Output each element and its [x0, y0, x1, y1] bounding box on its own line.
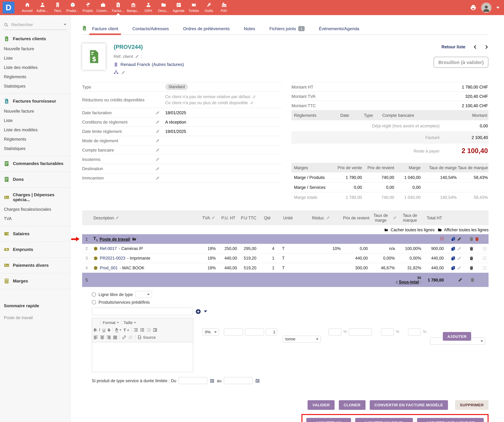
edit-icon[interactable] [252, 95, 256, 99]
nav-item-billing[interactable]: Factur... [110, 0, 126, 15]
edit-line-icon[interactable] [457, 246, 462, 251]
bullet-list-icon[interactable] [140, 328, 144, 332]
next-record-icon[interactable] [485, 45, 489, 49]
unlink-icon[interactable] [128, 335, 133, 340]
clone-line-icon[interactable] [451, 237, 455, 241]
drag-handle-icon[interactable] [482, 278, 486, 282]
delete-line-icon[interactable] [469, 256, 474, 260]
pu-ttc-input[interactable] [245, 328, 264, 335]
clone-line-icon[interactable] [451, 256, 455, 260]
ordered-list-icon[interactable] [134, 328, 138, 332]
sidebar-item-tva[interactable]: TVA [0, 214, 70, 223]
collapse-all-link[interactable]: Cacher toutes les lignes [384, 227, 435, 232]
invoice-line-row[interactable]: 4Prod_001 - MAC BOOK18%440,00519,201T300… [82, 263, 489, 273]
nav-item-pos[interactable]: PdV [216, 0, 232, 15]
drag-handle-icon[interactable] [482, 237, 486, 241]
sidebar-item-liste-des-modeles[interactable]: Liste des modèles [0, 125, 70, 135]
sidebar-item-charges-fiscales-sociales[interactable]: Charges fiscales/sociales [0, 205, 70, 214]
edit-icon[interactable] [156, 129, 165, 133]
tab-contacts-adresses[interactable]: Contacts/Adresses [132, 23, 169, 35]
product-ref-link[interactable]: Prod_001 [100, 265, 118, 270]
nav-item-home[interactable]: Accueil [20, 0, 35, 15]
back-to-list-link[interactable]: Retour liste [441, 44, 465, 49]
markup-rate-input[interactable] [408, 328, 421, 335]
delete-line-icon[interactable] [470, 278, 475, 282]
free-line-radio[interactable] [92, 292, 96, 297]
edit-icon[interactable] [156, 166, 165, 171]
reduc-input[interactable] [329, 328, 342, 335]
convert-to-template-button[interactable]: CONVERTIR EN FACTURE MODÈLE [370, 400, 448, 410]
delete-button[interactable]: SUPPRIMER [455, 400, 489, 410]
nav-item-members[interactable]: Adhér... [35, 0, 50, 15]
edit-icon[interactable] [211, 216, 215, 220]
line-title-row[interactable]: 1 T1 Poste de travail [82, 234, 489, 244]
sidebar-section-title-charges-depenses-specia[interactable]: Charges | Dépenses spécia... [0, 189, 70, 205]
calendar-icon[interactable] [255, 378, 260, 383]
add-line-button[interactable]: AJOUTER [443, 332, 471, 341]
invoice-line-row[interactable]: 2Ref-0017 - Caméras IP18%250,00295,004T1… [82, 244, 489, 253]
editor-format-select[interactable]: Format [103, 320, 119, 325]
edit-icon[interactable] [156, 157, 165, 161]
sidebar-section-title-paiements-divers[interactable]: Paiements divers [0, 260, 70, 270]
free-line-type-select[interactable] [135, 291, 152, 298]
line-subtotal-row[interactable]: 5 St 1 Sous-total : 1 780,00 [82, 273, 489, 287]
edit-icon[interactable] [156, 138, 165, 143]
edit-project-icon[interactable] [121, 70, 125, 75]
justify-icon[interactable] [113, 335, 117, 340]
nav-item-commerce[interactable]: Comm... [95, 0, 111, 15]
remove-format-button[interactable]: Tx [124, 328, 129, 332]
predefined-radio[interactable] [92, 300, 96, 304]
edit-icon[interactable] [250, 101, 254, 105]
edit-line-icon[interactable] [457, 237, 462, 241]
italic-button[interactable]: I [99, 328, 100, 332]
user-menu-caret-icon[interactable] [496, 7, 499, 9]
tab-notes[interactable]: Notes [244, 23, 255, 35]
sidebar-section-title-emprunts[interactable]: Emprunts [0, 244, 70, 255]
edit-line-icon[interactable] [458, 278, 462, 282]
edit-ref-client-icon[interactable] [135, 54, 139, 59]
drag-handle-icon[interactable] [482, 256, 486, 260]
sidebar-item-liste-des-modeles[interactable]: Liste des modèles [0, 63, 70, 72]
pu-ht-input[interactable] [224, 328, 243, 335]
link-icon[interactable] [122, 335, 126, 340]
edit-line-icon[interactable] [457, 256, 462, 260]
nav-item-tools[interactable]: Outils [201, 0, 216, 15]
validate-button[interactable]: VALIDER [307, 400, 335, 410]
add-title-button[interactable]: AJOUTER UN TITRE [306, 418, 351, 422]
app-logo[interactable]: D [3, 2, 14, 13]
product-ref-link[interactable]: Ref-0017 [100, 246, 117, 251]
add-text-line-button[interactable]: AJOUTER UNE LIGNE DE TEXTE [417, 418, 484, 422]
collapse-block-icon[interactable] [132, 237, 136, 241]
title-label[interactable]: Poste de travail [100, 237, 130, 241]
expand-all-link[interactable]: Afficher toutes les lignes [437, 227, 489, 232]
product-search-select[interactable] [92, 307, 192, 315]
margin-rate-input[interactable] [381, 328, 394, 335]
tab-evenements-agenda[interactable]: Événements/Agenda [319, 23, 359, 35]
previous-record-icon[interactable] [473, 45, 477, 49]
align-center-icon[interactable] [100, 335, 104, 340]
qty-input[interactable] [266, 328, 277, 335]
nav-item-bank[interactable]: Banqu... [126, 0, 141, 15]
edit-icon[interactable] [115, 216, 119, 220]
search-scope-caret-icon[interactable] [64, 24, 66, 25]
sidebar-section-title-salaires[interactable]: Salaires [0, 228, 70, 239]
sidebar-item-nouvelle-facture[interactable]: Nouvelle facture [0, 44, 70, 53]
tab-ordres-de-prelevements[interactable]: Ordres de prélèvements [183, 23, 230, 35]
drag-handle-icon[interactable] [482, 265, 486, 270]
editor-maximize-icon[interactable] [94, 320, 98, 325]
bold-button[interactable]: B [94, 328, 97, 332]
project-sitemap-icon[interactable] [114, 70, 119, 75]
sidebar-item-liste[interactable]: Liste [0, 53, 70, 63]
nav-item-documents[interactable]: Docu... [156, 0, 171, 15]
sidebar-item-statistiques[interactable]: Statistiques [0, 81, 70, 91]
user-avatar[interactable] [481, 3, 491, 12]
nav-item-tickets[interactable]: Tickets [186, 0, 201, 15]
clone-line-icon[interactable] [451, 265, 455, 270]
nav-item-agenda[interactable]: Agenda [171, 0, 186, 15]
vat-select[interactable]: 0% [202, 328, 219, 335]
print-icon[interactable] [470, 5, 476, 11]
edit-icon[interactable] [393, 216, 397, 220]
edit-icon[interactable] [156, 176, 165, 180]
sidebar-section-title-marges[interactable]: Marges [0, 275, 70, 286]
tab-fichiers-joints[interactable]: Fichiers joints1 [269, 23, 305, 35]
